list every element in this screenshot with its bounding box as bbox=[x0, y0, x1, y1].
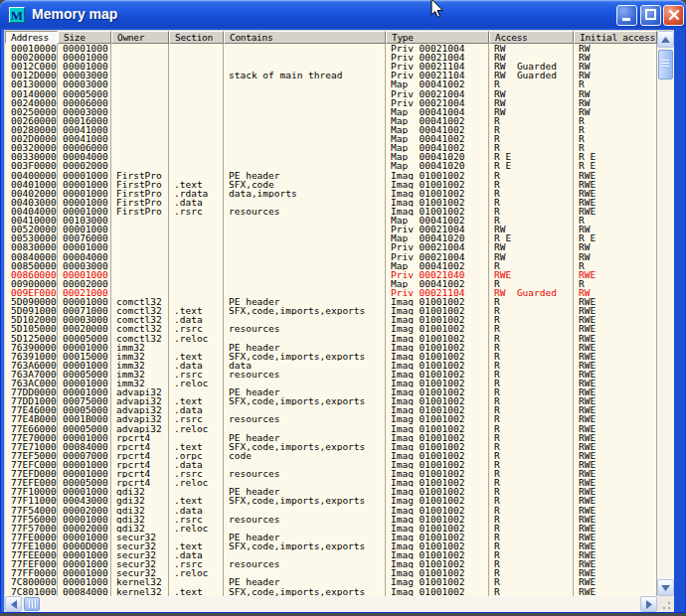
table-row[interactable]: 00330000 00004000 Map 00041020 R E R E bbox=[5, 152, 657, 161]
table-row[interactable]: 003F0000 00002000 Map 00041020 R E R E bbox=[5, 161, 657, 170]
table-row[interactable]: 77F56000 00001000 gdi32 .rsrc resources … bbox=[5, 515, 657, 524]
column-header-access[interactable]: Access bbox=[489, 31, 574, 44]
column-header-contains[interactable]: Contains bbox=[224, 31, 386, 44]
cell-size: 00001000 bbox=[58, 379, 111, 387]
table-row[interactable]: 00840000 00004000 Priv 00021004 RW RW bbox=[5, 252, 657, 261]
table-row[interactable]: 00260000 00016000 Map 00041002 R R bbox=[5, 116, 657, 125]
table-row[interactable]: 77F54000 00002000 gdi32 .data Imag 01001… bbox=[5, 506, 657, 515]
table-row[interactable]: 5D102000 00003000 comctl32 .data Imag 01… bbox=[5, 315, 657, 324]
table-row[interactable]: 0012C000 00001000 Priv 00021104 RW Guard… bbox=[5, 62, 657, 71]
cell-access: R bbox=[489, 387, 574, 396]
table-row[interactable]: 00010000 00001000 Priv 00021004 RW RW bbox=[5, 44, 657, 53]
horizontal-scroll-thumb[interactable] bbox=[24, 597, 40, 611]
vertical-scroll-thumb[interactable] bbox=[658, 50, 673, 79]
vertical-scrollbar[interactable] bbox=[657, 31, 674, 596]
table-row[interactable]: 00410000 00103000 Map 00041002 R R bbox=[5, 216, 657, 225]
table-row[interactable]: 00860000 00001000 Priv 00021040 RWE RWE bbox=[5, 270, 657, 279]
table-row[interactable]: 77E70000 00001000 rpcrt4 PE header Imag … bbox=[5, 433, 657, 442]
table-row[interactable]: 00900000 00002000 Map 00041002 R R bbox=[5, 279, 657, 288]
table-row[interactable]: 77E66000 00005000 advapi32 .reloc Imag 0… bbox=[5, 424, 657, 433]
table-row[interactable]: 00404000 00001000 FirstPro .rsrc resourc… bbox=[5, 207, 657, 216]
table-row[interactable]: 00530000 00076000 Map 00041020 R E R E bbox=[5, 233, 657, 242]
table-row[interactable]: 00850000 00003000 Map 00041002 R R bbox=[5, 261, 657, 270]
table-row[interactable]: 763AC000 00001000 imm32 .reloc Imag 0100… bbox=[5, 379, 657, 387]
table-row[interactable]: 77FE0000 00001000 secur32 PE header Imag… bbox=[5, 533, 657, 541]
table-row[interactable]: 763A6000 00001000 imm32 .data data Imag … bbox=[5, 361, 657, 370]
maximize-button[interactable] bbox=[640, 5, 661, 26]
table-row[interactable]: 00520000 00001000 Priv 00021004 RW RW bbox=[5, 225, 657, 233]
table-row[interactable]: 77FEE000 00001000 secur32 .data Imag 010… bbox=[5, 550, 657, 559]
cell-address: 5D102000 bbox=[5, 315, 58, 324]
scroll-up-button[interactable] bbox=[657, 31, 674, 48]
table-row[interactable]: 0012D000 00003000 stack of main thread P… bbox=[5, 71, 657, 79]
table-row[interactable]: 77EFE000 00005000 rpcrt4 .reloc Imag 010… bbox=[5, 478, 657, 487]
table-row[interactable]: 77FF0000 00001000 secur32 .reloc Imag 01… bbox=[5, 568, 657, 577]
table-row[interactable]: 00830000 00001000 Priv 00021004 RW RW bbox=[5, 242, 657, 251]
table-row[interactable]: 00250000 00003000 Map 00041004 RW RW bbox=[5, 107, 657, 116]
cell-size: 00001000 bbox=[58, 343, 111, 352]
table-row[interactable]: 00020000 00001000 Priv 00021004 RW RW bbox=[5, 53, 657, 62]
table-row[interactable]: 77F57000 00002000 gdi32 .reloc Imag 0100… bbox=[5, 524, 657, 533]
table-row[interactable]: 00140000 00005000 Priv 00021004 RW RW bbox=[5, 89, 657, 98]
table-row[interactable]: 77DD0000 00001000 advapi32 PE header Ima… bbox=[5, 387, 657, 396]
table-row[interactable]: 77E4B000 0001B000 advapi32 .rsrc resourc… bbox=[5, 414, 657, 423]
table-row[interactable]: 5D125000 00005000 comctl32 .reloc Imag 0… bbox=[5, 334, 657, 343]
table-row[interactable]: 00320000 00006000 Map 00041002 R R bbox=[5, 143, 657, 152]
table-row[interactable]: 77E71000 00084000 rpcrt4 .text SFX,code,… bbox=[5, 442, 657, 451]
cell-owner bbox=[111, 242, 169, 251]
cell-address: 00260000 bbox=[5, 116, 58, 125]
table-row[interactable]: 5D090000 00001000 comctl32 PE header Ima… bbox=[5, 297, 657, 306]
cell-section: .data bbox=[169, 460, 224, 469]
table-row[interactable]: 77F11000 00043000 gdi32 .text SFX,code,i… bbox=[5, 496, 657, 505]
cell-access: RW bbox=[489, 107, 574, 116]
table-row[interactable]: 77EFC000 00001000 rpcrt4 .data Imag 0100… bbox=[5, 460, 657, 469]
horizontal-scrollbar[interactable] bbox=[5, 596, 657, 612]
scroll-left-button[interactable] bbox=[5, 596, 22, 612]
cell-access: R bbox=[489, 379, 574, 387]
cell-size: 00001000 bbox=[58, 533, 111, 541]
minimize-button[interactable] bbox=[616, 5, 637, 26]
scroll-down-button[interactable] bbox=[657, 579, 674, 596]
table-row[interactable]: 7C801000 00084000 kernel32 .text SFX,cod… bbox=[5, 587, 657, 596]
table-row[interactable]: 76391000 00015000 imm32 .text SFX,code,i… bbox=[5, 352, 657, 361]
table-row[interactable]: 5D091000 00071000 comctl32 .text SFX,cod… bbox=[5, 306, 657, 315]
cell-section bbox=[169, 433, 224, 442]
table-row[interactable]: 00403000 00001000 FirstPro .data Imag 01… bbox=[5, 198, 657, 207]
table-row[interactable]: 5D105000 00020000 comctl32 .rsrc resourc… bbox=[5, 324, 657, 333]
column-header-section[interactable]: Section bbox=[169, 31, 224, 44]
table-row[interactable]: 77FE1000 0000D000 secur32 .text SFX,code… bbox=[5, 541, 657, 550]
table-row[interactable]: 77FEF000 00001000 secur32 .rsrc resource… bbox=[5, 559, 657, 568]
table-row[interactable]: 002D0000 00041000 Map 00041002 R R bbox=[5, 134, 657, 143]
table-row[interactable]: 77E46000 00005000 advapi32 .data Imag 01… bbox=[5, 405, 657, 414]
column-header-address[interactable]: Address bbox=[5, 31, 58, 44]
table-row[interactable]: 77DD1000 00075000 advapi32 .text SFX,cod… bbox=[5, 396, 657, 405]
table-row[interactable]: 00280000 00041000 Map 00041002 R R bbox=[5, 125, 657, 134]
table-row[interactable]: 00401000 00001000 FirstPro .text SFX,cod… bbox=[5, 180, 657, 189]
resize-grip[interactable] bbox=[657, 596, 674, 612]
cell-contains bbox=[224, 261, 386, 270]
cell-address: 00140000 bbox=[5, 89, 58, 98]
resize-grip-icon bbox=[657, 596, 674, 612]
table-row[interactable]: 77EF5000 00007000 rpcrt4 .orpc code Imag… bbox=[5, 451, 657, 460]
cell-address: 77EFC000 bbox=[5, 460, 58, 469]
table-row[interactable]: 76390000 00001000 imm32 PE header Imag 0… bbox=[5, 343, 657, 352]
cell-contains bbox=[224, 107, 386, 116]
table-row[interactable]: 763A7000 00005000 imm32 .rsrc resources … bbox=[5, 370, 657, 379]
table-row[interactable]: 77EFD000 00001000 rpcrt4 .rsrc resources… bbox=[5, 469, 657, 478]
table-row[interactable]: 009EF000 00021000 Priv 00021104 RW Guard… bbox=[5, 288, 657, 297]
table-row[interactable]: 00240000 00006000 Priv 00021004 RW RW bbox=[5, 98, 657, 107]
table-row[interactable]: 77F10000 00001000 gdi32 PE header Imag 0… bbox=[5, 487, 657, 496]
scroll-right-button[interactable] bbox=[640, 596, 657, 612]
titlebar[interactable]: M Memory map bbox=[0, 0, 686, 30]
cell-section: .text bbox=[169, 396, 224, 405]
column-header-initial-access[interactable]: Initial access bbox=[574, 31, 657, 44]
close-button[interactable] bbox=[663, 5, 684, 26]
column-header-type[interactable]: Type bbox=[386, 31, 489, 44]
table-row[interactable]: 00400000 00001000 FirstPro PE header Ima… bbox=[5, 171, 657, 180]
table-row[interactable]: 7C800000 00001000 kernel32 PE header Ima… bbox=[5, 577, 657, 586]
column-header-size[interactable]: Size bbox=[58, 31, 111, 44]
table-row[interactable]: 00130000 00003000 Map 00041002 R R bbox=[5, 79, 657, 88]
column-header-owner[interactable]: Owner bbox=[111, 31, 169, 44]
table-row[interactable]: 00402000 00001000 FirstPro .rdata data,i… bbox=[5, 189, 657, 198]
memory-map-window: M Memory map Address Size Owner Section … bbox=[0, 0, 686, 613]
